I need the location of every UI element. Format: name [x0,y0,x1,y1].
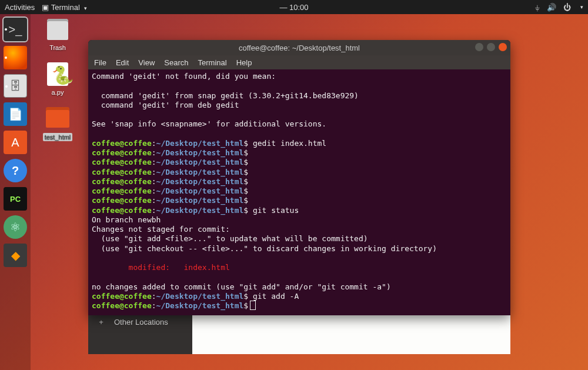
terminal-menubar: File Edit View Search Terminal Help [88,55,510,69]
menu-search[interactable]: Search [164,58,188,67]
activities-button[interactable]: Activities [5,3,35,12]
window-title: coffee@coffee: ~/Desktop/test_html [239,44,360,52]
files-icon: 🗄 [9,79,21,93]
launcher-pycharm[interactable]: PC [4,187,27,211]
app-menu-label: Terminal [51,3,80,12]
trash-icon [47,19,68,40]
app-menu[interactable]: ▣ Terminal ▾ [42,3,87,12]
menu-file[interactable]: File [94,58,106,67]
cursor [250,301,255,309]
launcher-firefox[interactable] [4,46,27,69]
volume-icon[interactable]: 🔊 [547,3,556,12]
terminal-titlebar[interactable]: coffee@coffee: ~/Desktop/test_html [88,40,510,55]
window-close-button[interactable] [499,43,507,51]
top-panel: Activities ▣ Terminal ▾ — 10:00 ⏚ 🔊 ⏻ ▾ [0,0,588,14]
power-icon[interactable]: ⏻ [563,3,571,12]
python-file-icon [47,62,68,86]
clock-text: 10:00 [289,3,309,12]
terminal-window: coffee@coffee: ~/Desktop/test_html File … [88,40,510,315]
terminal-icon: ▣ [42,3,49,12]
pycharm-icon: PC [10,195,21,204]
launcher-help[interactable]: ? [4,159,27,182]
desktop-trash[interactable]: Trash [40,18,75,52]
launcher-atom[interactable]: ⚛ [4,215,27,239]
launcher-files[interactable]: 🗄 [4,74,27,98]
window-maximize-button[interactable] [487,43,495,51]
menu-terminal[interactable]: Terminal [198,58,227,67]
desktop-folder-test-html[interactable]: test_html [40,107,75,141]
chevron-down-icon: ▾ [580,4,583,10]
chevron-down-icon: ▾ [84,5,87,11]
document-icon: 📄 [8,107,23,121]
terminal-output[interactable]: Command 'geidt' not found, did you mean:… [88,69,510,315]
atom-icon: ⚛ [10,220,21,234]
folder-icon [46,110,69,128]
window-minimize-button[interactable] [475,43,483,51]
network-icon[interactable]: ⏚ [535,3,540,12]
menu-view[interactable]: View [138,58,155,67]
clock[interactable]: — 10:00 [279,3,308,12]
desktop-icon-label: test_html [43,133,73,141]
desktop-icon-label: Trash [48,44,68,52]
shopping-bag-icon: A [11,136,19,149]
menu-edit[interactable]: Edit [116,58,129,67]
desktop-icon-label: a.py [50,88,66,96]
launcher-libreoffice[interactable]: 📄 [4,102,27,126]
terminal-icon: >_ [9,23,22,36]
launcher-ubuntu-software[interactable]: A [4,131,27,154]
sublime-icon: ◆ [11,248,20,262]
desktop: Trash a.py test_html [40,18,75,141]
menu-help[interactable]: Help [236,58,252,67]
help-icon: ? [12,164,19,178]
files-sidebar-label: Other Locations [114,318,168,326]
desktop-file-apy[interactable]: a.py [40,62,75,96]
plus-icon: + [96,318,106,326]
launcher-dock: >_ 🗄 📄 A ? PC ⚛ ◆ [0,14,31,370]
launcher-terminal[interactable]: >_ [4,18,27,41]
launcher-sublime[interactable]: ◆ [4,244,27,267]
